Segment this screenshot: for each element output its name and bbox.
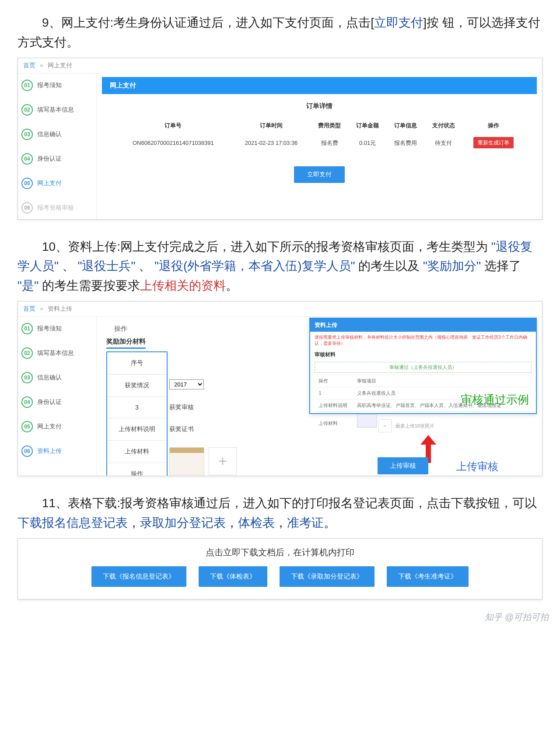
field-labels-column: 序号 获奖情况 3 上传材料说明 上传材料 操作 [106,351,168,476]
upload-panel: 操作 奖励加分材料 序号 获奖情况 3 上传材料说明 上传材料 操作 2017 … [97,317,542,476]
panel-title: 网上支付 [102,77,537,94]
step-3[interactable]: 03信息确认 [21,372,93,383]
step-5[interactable]: 05网上支付 [21,178,93,189]
mini-add-icon[interactable]: + [378,419,392,432]
download-admission-ticket-button[interactable]: 下载《考生准考证》 [387,566,469,587]
table-header-row: 订单号订单时间 费用类型订单金额 订单信息支付状态 操作 [115,118,525,133]
paragraph-11: 11、表格下载:报考资格审核通过后，进入如下的打印报名登记表页面，点击下载按钮，… [18,494,542,533]
overlay-section: 审核材料 [310,349,536,360]
download-registration-form-button[interactable]: 下载《报名信息登记表》 [91,566,186,587]
breadcrumb-current: 资料上传 [48,305,72,312]
overlay-status-approved: 审核通过（义务兵役退役人员） [315,362,532,373]
screenshot-payment: 首页 » 网上支付 01报考须知 02填写基本信息 03信息确认 04身份认证 … [18,58,542,220]
table-row: ON60620700021614071038391 2021-02-23 17:… [115,133,525,153]
bonus-section-title: 奖励加分材料 [106,337,146,349]
order-info: 报名费用 [387,133,425,153]
download-bonus-form-button[interactable]: 下载《录取加分登记表》 [280,566,374,587]
breadcrumb-home[interactable]: 首页 [23,305,35,312]
order-status: 待支付 [424,133,462,153]
screenshot-upload: 首页 » 资料上传 01报考须知 02填写基本信息 03信息确认 04身份认证 … [18,301,542,476]
upload-hint: 最多上传10张照片 [175,475,220,476]
step-1[interactable]: 01报考须知 [21,80,93,91]
step-3[interactable]: 03信息确认 [21,129,93,140]
step-4[interactable]: 04身份认证 [21,153,93,165]
step-nav: 01报考须知 02填写基本信息 03信息确认 04身份认证 05网上支付 06资… [18,317,97,476]
uploaded-thumb[interactable] [169,447,204,475]
order-no: ON60620700021614071038391 [115,133,232,153]
approved-example-label: 审核通过示例 [461,392,529,407]
link-pay-now: 立即支付 [374,16,423,29]
step-6[interactable]: 06资料上传 [21,445,93,457]
order-amount: 0.01元 [349,133,387,153]
overlay-warning: 请按照要求上传审核材料，并将材料统计大小控制在范围之内（填报心理咨询师、发证工作… [310,332,536,349]
paragraph-9: 9、网上支付:考生身份认证通过后，进入如下支付页面，点击[立即支付]按 钮，可以… [18,13,542,53]
step-nav: 01报考须知 02填写基本信息 03信息确认 04身份认证 05网上支付 06报… [18,74,97,220]
breadcrumb: 首页 » 资料上传 [18,302,542,317]
order-time: 2021-02-23 17:03:36 [232,133,311,153]
payment-panel: 网上支付 订单详情 订单号订单时间 费用类型订单金额 订单信息支付状态 操作 O… [97,74,542,220]
step-2[interactable]: 02填写基本信息 [21,104,93,116]
order-title: 订单详情 [97,102,542,110]
breadcrumb: 首页 » 网上支付 [18,58,542,74]
pay-now-button[interactable]: 立即支付 [294,166,345,183]
submit-for-review-button[interactable]: 上传审核 [378,457,428,474]
breadcrumb-home[interactable]: 首页 [23,62,35,69]
add-file-button[interactable]: + [209,447,237,475]
year-select[interactable]: 2017 [169,379,204,389]
field-values-column: 2017 获奖审核 获奖证书 + 最多上传10张照片 [168,351,268,476]
paragraph-10: 10、资料上传:网上支付完成之后，进入如下所示的报考资格审核页面，考生类型为 "… [18,237,542,296]
breadcrumb-current: 网上支付 [48,62,72,69]
watermark: 知乎 @可拍可拍 [485,611,549,623]
overlay-title: 资料上传 [310,319,536,332]
step-4[interactable]: 04身份认证 [21,396,93,408]
download-title: 点击立即下载文档后，在计算机内打印 [18,539,542,566]
regenerate-order-button[interactable]: 重新生成订单 [473,137,514,148]
order-type: 报名费 [311,133,349,153]
download-physical-form-button[interactable]: 下载《体检表》 [199,566,267,587]
step-2[interactable]: 02填写基本信息 [21,347,93,359]
order-table: 订单号订单时间 费用类型订单金额 订单信息支付状态 操作 ON606207000… [115,118,525,153]
screenshot-download: 点击立即下载文档后，在计算机内打印 下载《报名信息登记表》 下载《体检表》 下载… [18,538,542,600]
mini-thumb [357,414,377,428]
upload-review-label: 上传审核 [456,459,498,473]
step-6: 06报考资格审核 [21,202,93,214]
step-5[interactable]: 05网上支付 [21,421,93,432]
step-1[interactable]: 01报考须知 [21,323,93,334]
